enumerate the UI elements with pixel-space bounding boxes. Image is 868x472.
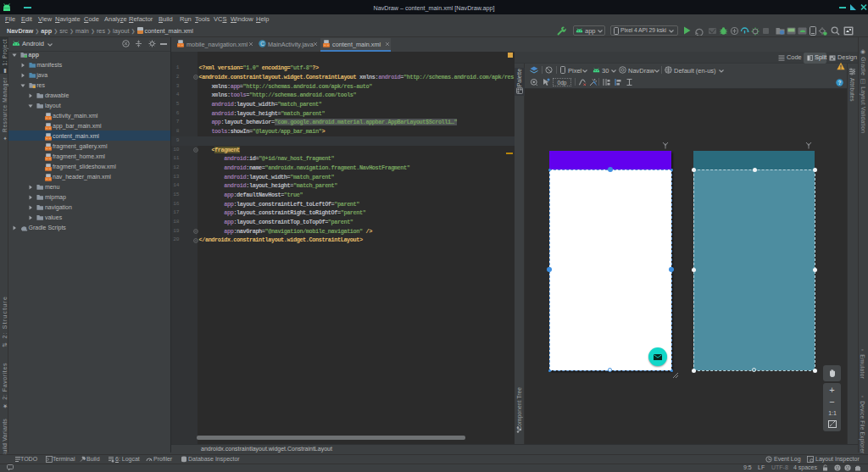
svg-text:C: C: [260, 41, 264, 47]
svg-text:?: ?: [838, 80, 842, 86]
